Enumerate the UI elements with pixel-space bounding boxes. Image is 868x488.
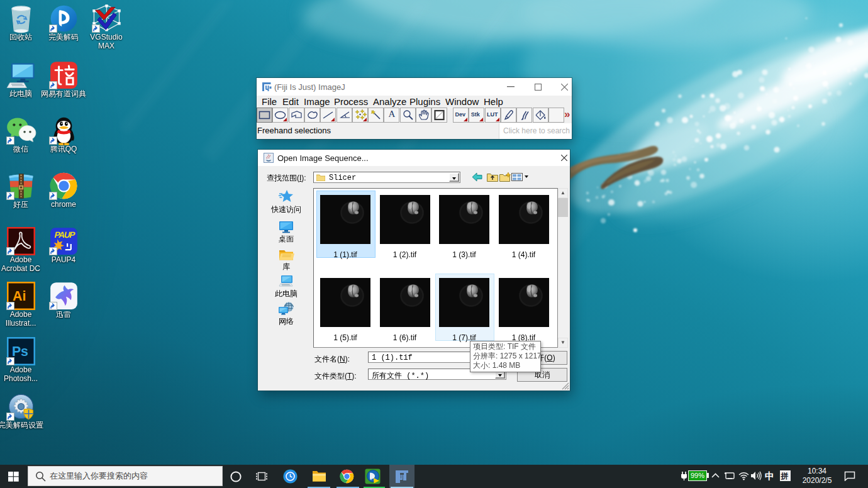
svg-text:PAUP: PAUP — [53, 230, 76, 240]
